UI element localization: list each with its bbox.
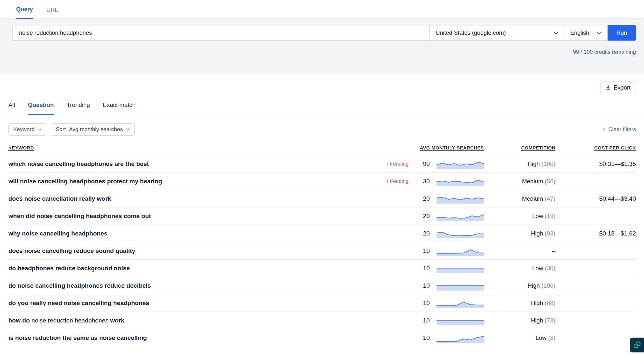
tab-query[interactable]: Query	[16, 6, 33, 19]
avg-monthly-searches-value: 20	[412, 213, 430, 220]
keyword-filter-dropdown[interactable]: Keyword	[8, 123, 46, 136]
chevron-down-icon	[38, 128, 42, 131]
avg-monthly-searches-value: 10	[412, 265, 430, 272]
keyword-cell: why noise cancelling headphones	[8, 230, 407, 237]
trending-up-icon: ↑	[386, 161, 389, 167]
table-row[interactable]: does noise cancelling reduce sound quali…	[8, 242, 636, 259]
avg-monthly-searches-value: 10	[412, 317, 430, 324]
table-row[interactable]: do noise cancelling headphones reduce de…	[8, 277, 636, 294]
tab-url[interactable]: URL	[46, 7, 58, 18]
competition-score: (100)	[542, 282, 555, 289]
sort-dropdown[interactable]: Sort Avg monthly searches	[51, 123, 135, 136]
sort-label: Sort	[56, 126, 66, 133]
sparkline-chart	[437, 281, 484, 291]
keyword-cell: do headphones reduce background noise	[8, 265, 407, 272]
column-header-competition[interactable]: COMPETITION	[484, 145, 555, 150]
competition-score: (8)	[548, 334, 555, 341]
tab-exact-match[interactable]: Exact match	[103, 101, 136, 115]
avg-monthly-searches-value: 20	[412, 230, 430, 237]
competition-level: Low	[535, 334, 546, 341]
column-header-searches[interactable]: AVG MONTHLY SEARCHES	[412, 145, 484, 150]
keywords-table: KEYWORD AVG MONTHLY SEARCHES COMPETITION…	[0, 145, 644, 346]
sparkline-chart	[437, 229, 484, 238]
competition-level: Low	[532, 213, 543, 219]
extension-badge[interactable]	[630, 338, 644, 352]
table-row[interactable]: how do noise reduction headphones work 1…	[8, 312, 636, 329]
language-select[interactable]: English	[564, 25, 608, 41]
chevron-down-icon	[126, 128, 130, 131]
credits-remaining: 99 / 100 credits remaining	[12, 49, 636, 55]
tab-trending[interactable]: Trending	[67, 101, 90, 115]
sparkline-chart	[437, 264, 484, 273]
keyword-cell: does noise cancellation really work	[8, 195, 407, 202]
cpc-cell: $0.44—$3.40	[555, 195, 636, 202]
language-select-value: English	[570, 30, 589, 36]
competition-cell: High (100)	[484, 282, 555, 289]
competition-cell: Low (19)	[484, 213, 555, 220]
sparkline-chart	[437, 177, 484, 186]
trending-label: trending	[390, 178, 409, 184]
competition-score: (30)	[545, 265, 555, 272]
country-select[interactable]: United States (google.com)	[430, 25, 564, 41]
avg-monthly-searches-value: 10	[412, 300, 430, 307]
search-bar: United States (google.com) English Run	[12, 25, 636, 41]
table-row[interactable]: which noise cancelling headphones are th…	[8, 155, 636, 172]
competition-cell: Medium (56)	[484, 178, 555, 185]
export-button[interactable]: Export	[600, 81, 636, 94]
sparkline-chart	[437, 211, 484, 221]
tab-question[interactable]: Question	[28, 101, 54, 115]
link-icon	[633, 341, 641, 349]
column-header-keyword[interactable]: KEYWORD	[8, 145, 412, 150]
competition-level: –	[552, 247, 555, 254]
table-row[interactable]: do headphones reduce background noise 10…	[8, 259, 636, 277]
trending-label: trending	[390, 161, 409, 167]
competition-cell: Medium (47)	[484, 195, 555, 202]
filter-controls: Keyword Sort Avg monthly searches × Clea…	[0, 115, 644, 136]
download-icon	[606, 85, 611, 91]
result-filter-tabs: All Question Trending Exact match	[0, 101, 644, 115]
sparkline-chart	[437, 159, 484, 169]
search-query-input[interactable]	[12, 25, 430, 41]
table-row[interactable]: will noise cancelling headphones protect…	[8, 172, 636, 190]
competition-level: High	[531, 230, 543, 237]
competition-score: (56)	[545, 178, 555, 185]
competition-score: (73)	[545, 317, 555, 324]
keyword-cell: when did noise cancelling headphones com…	[8, 213, 407, 220]
keyword-cell: is noise reduction the same as noise can…	[8, 334, 407, 341]
clear-filters-button[interactable]: × Clear filters	[602, 126, 636, 133]
chevron-down-icon	[554, 32, 558, 34]
competition-score: (100)	[542, 160, 555, 167]
sparkline-chart	[437, 298, 484, 308]
avg-monthly-searches-value: 90	[412, 160, 430, 168]
column-header-cpc[interactable]: COST PER CLICK	[555, 145, 636, 150]
table-row[interactable]: is noise reduction the same as noise can…	[8, 329, 636, 346]
competition-level: Medium	[522, 178, 543, 185]
competition-level: Medium	[522, 195, 543, 202]
results-panel: Export All Question Trending Exact match…	[0, 74, 644, 346]
run-button[interactable]: Run	[608, 25, 636, 41]
cpc-cell: $0.31—$1.35	[555, 160, 636, 168]
trending-badge: ↑ trending	[386, 161, 409, 167]
competition-cell: High (88)	[484, 300, 555, 307]
table-row[interactable]: why noise cancelling headphones 20 High …	[8, 225, 636, 242]
keyword-cell: how do noise reduction headphones work	[8, 317, 407, 324]
trending-up-icon: ↑	[386, 178, 389, 184]
tab-all[interactable]: All	[8, 101, 15, 115]
competition-level: High	[531, 300, 543, 306]
close-icon: ×	[602, 127, 606, 132]
competition-cell: High (100)	[484, 160, 555, 168]
table-row[interactable]: do you really need noise cancelling head…	[8, 294, 636, 312]
competition-score: (47)	[545, 195, 555, 202]
keyword-cell: does noise cancelling reduce sound quali…	[8, 247, 407, 254]
avg-monthly-searches-value: 10	[412, 282, 430, 289]
competition-level: High	[531, 317, 543, 324]
competition-level: Low	[532, 265, 543, 272]
keyword-cell: will noise cancelling headphones protect…	[8, 178, 386, 185]
table-row[interactable]: does noise cancellation really work 20 M…	[8, 190, 636, 207]
competition-cell: High (73)	[484, 317, 555, 324]
table-row[interactable]: when did noise cancelling headphones com…	[8, 207, 636, 225]
sparkline-chart	[437, 246, 484, 256]
query-mode-tabs: Query URL	[0, 0, 644, 19]
keyword-cell: do noise cancelling headphones reduce de…	[8, 282, 407, 289]
avg-monthly-searches-value: 10	[412, 334, 430, 341]
